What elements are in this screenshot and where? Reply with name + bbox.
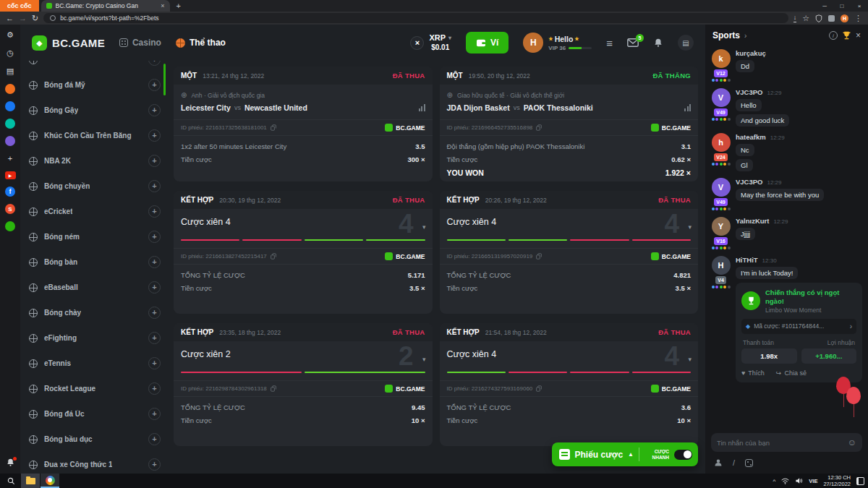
chat-username[interactable]: VJC3PO [736, 88, 763, 96]
network-icon[interactable] [781, 478, 789, 484]
users-icon[interactable] [714, 458, 723, 467]
avatar[interactable]: Y [712, 217, 731, 236]
emoji-icon[interactable]: ☺ [848, 438, 856, 447]
shortcut-green-icon[interactable] [5, 221, 15, 231]
bcgame-logo[interactable]: ◆ BC.GAME [32, 35, 105, 51]
copy-icon[interactable] [536, 124, 542, 131]
menu-hamburger-icon[interactable]: ≡ [606, 37, 613, 49]
taskbar-clock[interactable]: 12:30 CH 27/12/2022 [823, 474, 851, 487]
sidebar-item-ecricket[interactable]: eCricket+ [29, 199, 161, 224]
browser-notifications-bell-icon[interactable] [6, 458, 15, 468]
chat-input[interactable] [717, 439, 843, 447]
window-close-button[interactable]: × [851, 0, 868, 12]
add-favorite-icon[interactable]: + [148, 433, 161, 445]
avatar[interactable]: k [712, 49, 731, 68]
browser-profile-avatar[interactable]: H [841, 14, 848, 22]
wallet-button[interactable]: Ví [466, 32, 509, 53]
reload-icon[interactable]: ↻ [32, 14, 38, 22]
sidebar-item-volleyball[interactable]: Bóng chuyền+ [29, 174, 161, 199]
notifications-bell-icon[interactable] [653, 38, 663, 48]
nav-sports[interactable]: Thể thao [176, 38, 226, 48]
forward-icon[interactable]: → [19, 14, 27, 22]
avatar[interactable]: V [712, 88, 731, 107]
trophy-icon[interactable] [842, 31, 851, 40]
sidebar-item-formula1[interactable]: Đua xe Công thức 1+ [29, 452, 161, 474]
add-favorite-icon[interactable]: + [148, 79, 161, 91]
chevron-right-icon[interactable]: › [744, 32, 746, 40]
sidebar-item-cricket[interactable]: Bóng Gậy+ [29, 98, 161, 123]
chat-username[interactable]: VJC3PO [736, 178, 763, 186]
shopee-icon[interactable]: S [5, 204, 15, 214]
like-button[interactable]: ♥Thích [741, 369, 765, 377]
dice-icon[interactable] [745, 459, 753, 467]
add-favorite-icon[interactable]: + [148, 205, 161, 218]
add-favorite-icon[interactable]: + [148, 231, 161, 243]
speaker-icon[interactable] [795, 477, 803, 484]
shortcut-messenger-icon[interactable] [5, 101, 15, 111]
shield-icon[interactable] [815, 14, 822, 22]
chat-username[interactable]: hateafkm [736, 133, 766, 141]
nav-casino[interactable]: Casino [119, 38, 161, 48]
add-favorite-icon[interactable]: + [148, 281, 161, 294]
stats-icon[interactable] [419, 104, 425, 111]
avatar[interactable]: V [712, 178, 731, 197]
language-indicator[interactable]: VIE [809, 478, 817, 484]
copy-icon[interactable] [271, 124, 276, 131]
download-icon[interactable]: ↓ [793, 14, 797, 22]
chat-username[interactable]: YalnızKurt [736, 217, 769, 225]
sidebar-item-efighting[interactable]: eFighting+ [29, 325, 161, 351]
win-card-bet-link[interactable]: ◆ Mã cược: #1011764844... › [741, 319, 856, 334]
user-profile[interactable]: H ★Hello★ VIP 36 [523, 33, 592, 53]
add-favorite-icon[interactable]: + [148, 458, 161, 471]
facebook-icon[interactable]: f [5, 187, 15, 197]
bookmark-star-icon[interactable]: ☆ [802, 14, 809, 23]
browser-brand[interactable]: cốc cốc [0, 0, 39, 12]
add-favorite-icon[interactable]: + [148, 332, 161, 344]
sidebar-item-american-football[interactable]: Bóng đá Mỹ+ [29, 72, 161, 98]
add-favorite-icon[interactable]: + [148, 104, 161, 116]
address-bar[interactable]: bc.game/vi/sports?bt-path=%2Fbets [43, 13, 788, 23]
tray-chevron-icon[interactable]: ^ [773, 478, 776, 484]
sidebar-item-rugby[interactable]: Bóng bầu dục+ [29, 427, 161, 452]
commands-icon[interactable]: / [733, 458, 735, 467]
sidebar-item-nba2k[interactable]: NBA 2K+ [29, 148, 161, 174]
sidebar-item-ebaseball[interactable]: eBaseball+ [29, 275, 161, 300]
mail-icon[interactable]: 5 [627, 38, 639, 47]
sidebar-item-table-tennis[interactable]: Bóng bàn+ [29, 249, 161, 275]
add-favorite-icon[interactable]: + [148, 180, 161, 192]
sidebar-item-ice-hockey[interactable]: Khúc Côn Cầu Trên Băng+ [29, 123, 161, 148]
sidebar-item-partial[interactable]: + [29, 61, 161, 72]
add-favorite-icon[interactable]: + [148, 155, 161, 167]
expand-caret-icon[interactable]: ▾ [422, 223, 426, 231]
add-favorite-icon[interactable]: + [148, 408, 161, 420]
user-avatar[interactable]: H [523, 33, 543, 53]
browser-menu-icon[interactable]: ⋮ [854, 14, 862, 23]
window-minimize-button[interactable]: ─ [816, 0, 833, 12]
chat-room-title[interactable]: Sports [712, 30, 740, 40]
currency-selector[interactable]: × XRP▾ $0.01 [410, 33, 451, 51]
add-shortcut-icon[interactable]: + [5, 153, 16, 164]
browser-tab[interactable]: BC.Game: Crypto Casino Gan × [41, 0, 170, 12]
coccoc-browser-icon[interactable] [41, 474, 59, 488]
copy-icon[interactable] [536, 253, 542, 260]
stats-icon[interactable] [684, 104, 691, 111]
new-tab-button[interactable]: + [170, 0, 187, 12]
add-favorite-icon[interactable]: + [148, 382, 161, 395]
add-favorite-icon[interactable]: + [148, 61, 161, 66]
copy-icon[interactable] [271, 385, 276, 392]
file-explorer-icon[interactable] [21, 474, 40, 488]
add-favorite-icon[interactable]: + [148, 357, 161, 369]
expand-caret-icon[interactable]: ▾ [422, 356, 426, 363]
add-favorite-icon[interactable]: + [148, 307, 161, 319]
sidebar-item-etennis[interactable]: eTennis+ [29, 351, 161, 376]
search-icon[interactable] [1, 474, 20, 488]
news-icon[interactable]: ▤ [678, 35, 694, 51]
chat-username[interactable]: kurçakuç [736, 49, 766, 57]
avatar[interactable]: H [712, 256, 731, 275]
shortcut-teal-icon[interactable] [5, 119, 15, 129]
window-maximize-button[interactable]: □ [833, 0, 851, 12]
shortcut-purple-icon[interactable] [5, 136, 15, 146]
chat-username[interactable]: HiTHiT [736, 256, 758, 264]
back-icon[interactable]: ← [6, 14, 14, 22]
extensions-icon[interactable] [828, 15, 835, 22]
